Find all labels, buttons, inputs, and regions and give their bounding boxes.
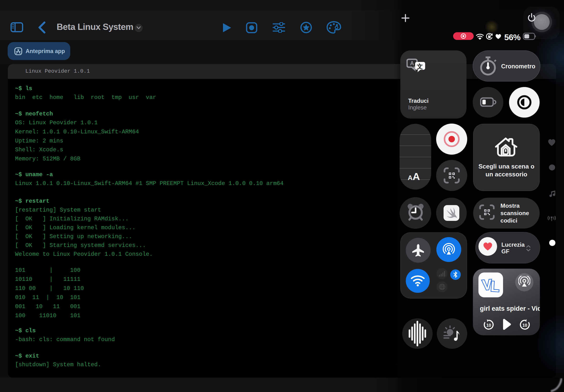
svg-text:10: 10 — [523, 323, 527, 328]
svg-text:文: 文 — [416, 63, 423, 70]
svg-text:L: L — [490, 278, 500, 295]
svg-text:10: 10 — [486, 323, 491, 328]
svg-text:A: A — [410, 60, 414, 67]
